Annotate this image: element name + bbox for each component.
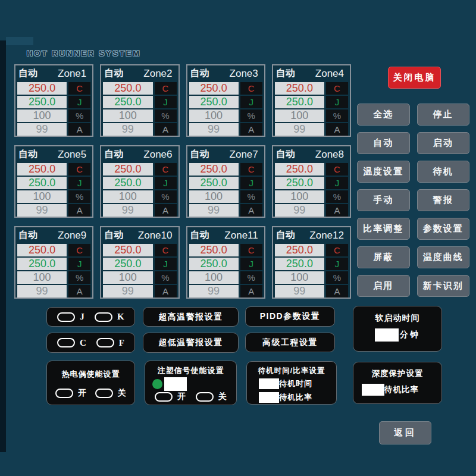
zone-setpoint-value[interactable]: 250.0 — [103, 244, 152, 256]
control-button-9[interactable]: 参数设置 — [417, 218, 470, 240]
zone-panel-zone3[interactable]: 自动 Zone3 250.0 C 250.0 J 100 % 99 A — [186, 64, 265, 137]
standby-time-input[interactable] — [259, 378, 279, 389]
zone-current-value[interactable]: 99 — [103, 204, 152, 217]
control-button-2[interactable]: 自动 — [357, 132, 410, 154]
zone-current-value[interactable]: 99 — [17, 123, 67, 136]
zone-setpoint-value[interactable]: 250.0 — [275, 163, 324, 176]
control-button-5[interactable]: 待机 — [417, 161, 470, 183]
zone-setpoint-value[interactable]: 250.0 — [189, 244, 239, 256]
control-button-1[interactable]: 停止 — [417, 104, 470, 126]
zone-percent-value[interactable]: 100 — [17, 271, 67, 284]
zone-setpoint-value[interactable]: 250.0 — [189, 163, 239, 176]
zone-actual-value[interactable]: 250.0 — [275, 96, 324, 108]
zone-percent-value[interactable]: 100 — [189, 271, 239, 284]
zone-actual-value[interactable]: 250.0 — [275, 258, 324, 270]
zone-current-value[interactable]: 99 — [189, 285, 239, 298]
control-button-6[interactable]: 手动 — [357, 189, 410, 211]
zone-percent-value[interactable]: 100 — [103, 190, 152, 203]
zone-actual-value[interactable]: 250.0 — [17, 258, 67, 270]
unit-f-toggle[interactable]: F — [96, 338, 124, 348]
injection-input[interactable] — [164, 377, 187, 391]
unit-c-toggle[interactable]: C — [57, 338, 86, 348]
type-j-toggle[interactable]: J — [57, 312, 84, 322]
injection-on-toggle[interactable]: 开 — [155, 392, 186, 402]
zone-setpoint-value[interactable]: 250.0 — [189, 82, 239, 95]
zone-panel-zone11[interactable]: 自动 Zone11 250.0 C 250.0 J 100 % 99 — [186, 226, 265, 299]
depth-protection-panel: 深度保护设置 待机比率 — [353, 362, 442, 404]
zone-current-value[interactable]: 99 — [275, 204, 324, 217]
zone-percent-value[interactable]: 100 — [17, 109, 67, 122]
zone-panel-zone10[interactable]: 自动 Zone10 250.0 C 250.0 J 100 % 99 — [100, 226, 179, 299]
back-button[interactable]: 返回 — [379, 421, 431, 444]
zone-percent-value[interactable]: 100 — [275, 271, 324, 284]
zone-panel-zone2[interactable]: 自动 Zone2 250.0 C 250.0 J 100 % 99 A — [100, 64, 179, 137]
standby-ratio-input[interactable] — [259, 392, 279, 403]
zone-row-percent: 100 % — [275, 109, 348, 122]
zone-current-value[interactable]: 99 — [17, 204, 67, 217]
zone-panel-zone7[interactable]: 自动 Zone7 250.0 C 250.0 J 100 % 99 A — [186, 145, 265, 218]
zone-actual-value[interactable]: 250.0 — [103, 258, 152, 270]
zone-setpoint-unit: C — [68, 244, 90, 256]
zone-setpoint-value[interactable]: 250.0 — [17, 82, 67, 95]
zone-percent-value[interactable]: 100 — [103, 109, 152, 122]
zone-current-value[interactable]: 99 — [103, 123, 152, 136]
radio-pill-icon — [95, 389, 113, 398]
control-button-8[interactable]: 比率调整 — [357, 218, 410, 240]
zone-current-value[interactable]: 99 — [275, 285, 324, 298]
control-button-13[interactable]: 新卡识别 — [417, 275, 470, 297]
zone-actual-value[interactable]: 250.0 — [189, 177, 239, 189]
thermocouple-off-toggle[interactable]: 关 — [95, 388, 126, 399]
zone-percent-value[interactable]: 100 — [189, 109, 239, 122]
control-button-0[interactable]: 全选 — [357, 104, 410, 126]
type-k-toggle[interactable]: K — [95, 312, 124, 322]
zone-row-percent: 100 % — [275, 271, 348, 284]
zone-setpoint-value[interactable]: 250.0 — [103, 163, 152, 176]
zone-percent-value[interactable]: 100 — [17, 190, 67, 203]
thermocouple-on-toggle[interactable]: 开 — [55, 388, 86, 399]
zone-actual-value[interactable]: 250.0 — [103, 177, 152, 189]
zone-percent-value[interactable]: 100 — [275, 109, 324, 122]
depth-ratio-input[interactable] — [362, 384, 384, 396]
low-temp-alarm-button[interactable]: 超低温警报设置 — [143, 333, 239, 353]
zone-panel-zone4[interactable]: 自动 Zone4 250.0 C 250.0 J 100 % 99 A — [272, 64, 351, 137]
zone-panel-zone5[interactable]: 自动 Zone5 250.0 C 250.0 J 100 % 99 A — [14, 145, 93, 218]
injection-off-toggle[interactable]: 关 — [196, 392, 227, 402]
zone-current-value[interactable]: 99 — [275, 123, 324, 136]
soft-start-input[interactable] — [375, 328, 399, 342]
zone-panel-zone12[interactable]: 自动 Zone12 250.0 C 250.0 J 100 % 99 — [272, 226, 351, 299]
zone-panel-zone9[interactable]: 自动 Zone9 250.0 C 250.0 J 100 % 99 A — [14, 226, 93, 299]
zone-actual-value[interactable]: 250.0 — [17, 177, 67, 189]
zone-percent-value[interactable]: 100 — [275, 190, 324, 203]
zone-current-value[interactable]: 99 — [189, 123, 239, 136]
zone-current-value[interactable]: 99 — [189, 204, 239, 217]
high-temp-alarm-button[interactable]: 超高温警报设置 — [143, 307, 239, 327]
control-button-11[interactable]: 温度曲线 — [417, 246, 470, 268]
zone-current-value[interactable]: 99 — [17, 285, 67, 298]
zone-actual-unit: J — [326, 177, 348, 189]
control-button-10[interactable]: 屏蔽 — [357, 246, 410, 268]
zone-actual-value[interactable]: 250.0 — [103, 96, 152, 108]
zone-panel-zone1[interactable]: 自动 Zone1 250.0 C 250.0 J 100 % 99 A — [14, 64, 93, 137]
zone-actual-value[interactable]: 250.0 — [189, 96, 239, 108]
zone-setpoint-value[interactable]: 250.0 — [17, 163, 67, 176]
control-button-3[interactable]: 启动 — [417, 132, 470, 154]
control-button-4[interactable]: 温度设置 — [357, 161, 410, 183]
zone-row-setpoint: 250.0 C — [103, 163, 176, 176]
zone-setpoint-value[interactable]: 250.0 — [275, 82, 324, 95]
shutdown-button[interactable]: 关闭电脑 — [388, 67, 441, 89]
zone-actual-value[interactable]: 250.0 — [189, 258, 239, 270]
zone-panel-zone6[interactable]: 自动 Zone6 250.0 C 250.0 J 100 % 99 A — [100, 145, 179, 218]
zone-actual-value[interactable]: 250.0 — [275, 177, 324, 189]
zone-current-value[interactable]: 99 — [103, 285, 152, 298]
zone-percent-value[interactable]: 100 — [103, 271, 152, 284]
control-button-7[interactable]: 警报 — [417, 189, 470, 211]
zone-percent-value[interactable]: 100 — [189, 190, 239, 203]
zone-setpoint-value[interactable]: 250.0 — [103, 82, 152, 95]
control-button-12[interactable]: 启用 — [357, 275, 410, 297]
zone-setpoint-value[interactable]: 250.0 — [275, 244, 324, 256]
advanced-settings-button[interactable]: 高级工程设置 — [245, 333, 335, 352]
zone-setpoint-value[interactable]: 250.0 — [17, 244, 67, 256]
zone-actual-value[interactable]: 250.0 — [17, 96, 67, 108]
zone-panel-zone8[interactable]: 自动 Zone8 250.0 C 250.0 J 100 % 99 A — [272, 145, 351, 218]
pidd-settings-button[interactable]: PIDD参数设置 — [245, 306, 335, 327]
